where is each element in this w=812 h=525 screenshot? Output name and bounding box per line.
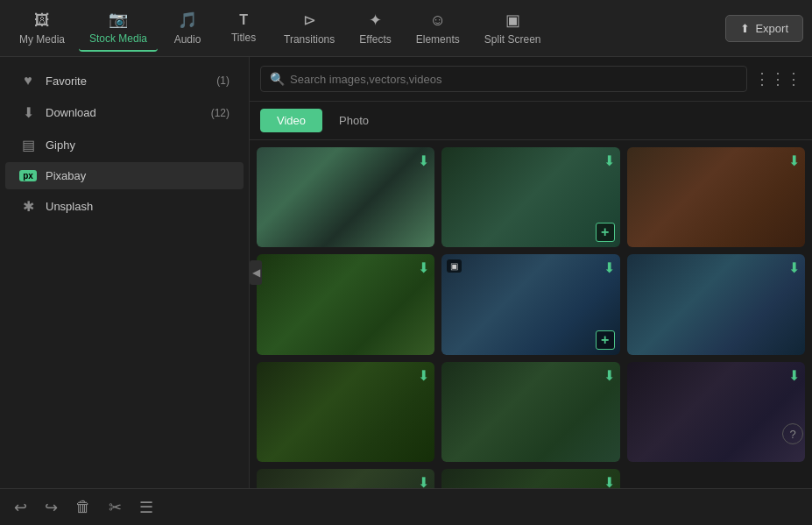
media-card[interactable]: ⬇ — [257, 254, 434, 354]
cut-button[interactable]: ✂ — [109, 498, 122, 517]
media-card[interactable]: ⬇ — [627, 147, 805, 247]
help-button[interactable]: ? — [782, 423, 803, 444]
stock-media-icon: 📷 — [109, 10, 128, 29]
nav-split-screen[interactable]: ▣ Split Screen — [474, 5, 552, 51]
search-input-wrap[interactable]: 🔍 — [260, 66, 747, 92]
download-icon[interactable]: ⬇ — [604, 474, 615, 488]
main-layout: ♥ Favorite (1) ⬇ Download (12) ▤ Giphy p… — [0, 57, 812, 488]
sidebar-item-pixabay[interactable]: px Pixabay — [5, 162, 244, 189]
effects-icon: ✦ — [369, 11, 382, 30]
nav-elements[interactable]: ☺ Elements — [406, 6, 470, 51]
sidebar-item-download[interactable]: ⬇ Download (12) — [5, 97, 244, 128]
split-screen-icon: ▣ — [505, 11, 520, 30]
download-icon[interactable]: ⬇ — [788, 153, 800, 169]
download-icon[interactable]: ⬇ — [604, 367, 615, 384]
my-media-icon: 🖼 — [34, 11, 50, 30]
menu-button[interactable]: ☰ — [139, 498, 153, 517]
undo-button[interactable]: ↩ — [14, 498, 27, 517]
add-to-timeline-button[interactable]: + — [596, 223, 615, 242]
bottom-toolbar: ↩ ↪ 🗑 ✂ ☰ — [0, 488, 812, 525]
pixabay-icon: px — [19, 170, 37, 181]
elements-icon: ☺ — [430, 11, 446, 30]
grid-view-icon[interactable]: ⋮⋮⋮ — [754, 69, 801, 89]
media-card[interactable]: ⬇ — [441, 469, 619, 488]
sidebar-download-label: Download — [46, 106, 96, 119]
download-icon: ⬇ — [19, 104, 37, 121]
nav-stock-media-label: Stock Media — [89, 32, 147, 45]
nav-stock-media[interactable]: 📷 Stock Media — [79, 4, 158, 52]
media-grid: ⬇ ⬇ + ⬇ ⬇ — [257, 147, 805, 488]
media-card[interactable]: ⬇ — [441, 362, 619, 462]
nav-transitions-label: Transitions — [284, 33, 335, 46]
sidebar-item-unsplash[interactable]: ✱ Unsplash — [5, 191, 244, 222]
download-icon[interactable]: ⬇ — [788, 367, 800, 384]
top-navigation: 🖼 My Media 📷 Stock Media 🎵 Audio T Title… — [0, 0, 812, 57]
search-bar: 🔍 ⋮⋮⋮ — [250, 57, 812, 102]
search-icon: 🔍 — [270, 72, 285, 86]
media-card[interactable]: ⬇ — [257, 362, 434, 462]
sidebar-favorite-label: Favorite — [46, 74, 87, 88]
nav-effects-label: Effects — [359, 33, 391, 46]
sidebar-item-giphy[interactable]: ▤ Giphy — [5, 130, 244, 160]
nav-audio-label: Audio — [174, 33, 201, 46]
media-card[interactable]: ⬇ — [627, 362, 805, 462]
nav-items: 🖼 My Media 📷 Stock Media 🎵 Audio T Title… — [9, 4, 725, 52]
nav-transitions[interactable]: ⊳ Transitions — [273, 5, 345, 51]
search-input[interactable] — [290, 73, 738, 86]
sidebar-item-favorite[interactable]: ♥ Favorite (1) — [5, 66, 244, 96]
nav-elements-label: Elements — [416, 33, 460, 46]
download-icon[interactable]: ⬇ — [788, 259, 800, 276]
nav-split-screen-label: Split Screen — [484, 33, 541, 46]
export-icon: ⬆ — [740, 22, 750, 35]
download-icon[interactable]: ⬇ — [418, 474, 429, 488]
transitions-icon: ⊳ — [303, 11, 316, 30]
sidebar-favorite-count: (1) — [216, 74, 229, 87]
nav-titles-label: Titles — [231, 32, 256, 44]
tab-photo[interactable]: Photo — [322, 109, 385, 132]
nav-my-media-label: My Media — [19, 33, 65, 46]
media-card[interactable]: ⬇ + — [441, 147, 619, 247]
media-card[interactable]: ⬇ — [257, 469, 434, 488]
unsplash-icon: ✱ — [19, 198, 37, 215]
titles-icon: T — [239, 12, 248, 28]
content-area: ◀ 🔍 ⋮⋮⋮ Video Photo ⬇ — [250, 57, 812, 488]
sidebar-unsplash-label: Unsplash — [46, 200, 93, 213]
sidebar-pixabay-label: Pixabay — [46, 169, 86, 182]
download-icon[interactable]: ⬇ — [418, 259, 429, 276]
media-tabs: Video Photo — [250, 102, 812, 140]
media-card[interactable]: ⬇ — [627, 254, 805, 354]
export-label: Export — [755, 22, 788, 35]
download-icon[interactable]: ⬇ — [604, 259, 615, 276]
nav-titles[interactable]: T Titles — [217, 7, 270, 49]
media-grid-area: ⬇ ⬇ + ⬇ ⬇ — [250, 140, 812, 488]
nav-effects[interactable]: ✦ Effects — [349, 5, 401, 51]
download-icon[interactable]: ⬇ — [418, 367, 429, 384]
collapse-sidebar-button[interactable]: ◀ — [250, 260, 262, 285]
add-to-timeline-button[interactable]: + — [596, 330, 615, 350]
media-card[interactable]: ⬇ — [257, 147, 434, 247]
favorite-icon: ♥ — [19, 73, 37, 89]
media-badge: ▣ — [447, 259, 462, 273]
audio-icon: 🎵 — [178, 11, 197, 30]
sidebar-giphy-label: Giphy — [46, 138, 75, 152]
download-icon[interactable]: ⬇ — [604, 153, 615, 169]
export-button[interactable]: ⬆ Export — [725, 15, 803, 42]
download-icon[interactable]: ⬇ — [418, 153, 429, 169]
redo-button[interactable]: ↪ — [45, 498, 58, 517]
tab-video[interactable]: Video — [260, 109, 322, 132]
sidebar-download-count: (12) — [211, 107, 229, 119]
media-card[interactable]: ▣ ⬇ + — [441, 254, 619, 354]
giphy-icon: ▤ — [19, 137, 37, 153]
sidebar: ♥ Favorite (1) ⬇ Download (12) ▤ Giphy p… — [0, 57, 250, 488]
nav-my-media[interactable]: 🖼 My Media — [9, 6, 75, 51]
delete-button[interactable]: 🗑 — [75, 498, 91, 516]
nav-audio[interactable]: 🎵 Audio — [161, 5, 214, 51]
